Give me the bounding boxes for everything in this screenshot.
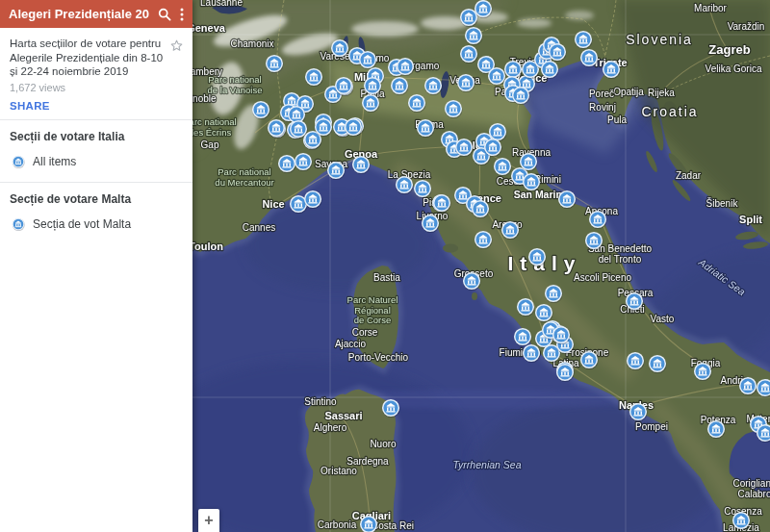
map-label: Tyrrhenian Sea (452, 459, 521, 470)
map-marker[interactable] (397, 59, 414, 76)
map-marker[interactable] (575, 32, 592, 49)
map-marker[interactable] (627, 353, 644, 370)
map-marker[interactable] (345, 119, 362, 137)
map-marker[interactable] (422, 215, 439, 233)
map-marker[interactable] (457, 75, 475, 92)
map-marker[interactable] (463, 273, 480, 291)
map-marker[interactable] (626, 293, 643, 311)
layer-item-label: All items (33, 155, 76, 168)
map-label: Zadar (676, 170, 702, 181)
map-marker[interactable] (295, 154, 312, 171)
map-marker[interactable] (520, 154, 537, 171)
map-marker[interactable] (391, 78, 408, 95)
map-marker[interactable] (501, 222, 519, 240)
map-label: Gap (201, 139, 219, 150)
map-marker[interactable] (472, 201, 489, 218)
kebab-menu-icon[interactable] (180, 8, 184, 21)
map-label: Parc nationalde la Vanoise (208, 74, 263, 95)
map-marker[interactable] (359, 52, 376, 69)
map-marker[interactable] (304, 191, 321, 209)
zoom-control[interactable]: + − (198, 509, 219, 532)
satellite-map: LausanneGenevaChamonixChamberyParc natio… (192, 0, 770, 532)
map-marker[interactable] (408, 95, 425, 113)
map-label: Maribor (694, 3, 728, 13)
map-marker[interactable] (694, 364, 711, 381)
map-marker[interactable] (629, 404, 647, 421)
map-marker[interactable] (278, 156, 295, 173)
map-description: Harta secțiilor de votare pentru Alegeri… (10, 37, 166, 79)
map-marker[interactable] (589, 212, 606, 229)
map-marker[interactable] (528, 249, 546, 266)
map-marker[interactable] (523, 174, 540, 191)
map-marker[interactable] (580, 352, 598, 369)
map-marker[interactable] (362, 95, 379, 113)
map-marker[interactable] (455, 139, 473, 157)
star-icon[interactable] (169, 38, 184, 57)
poll-station-icon (12, 155, 25, 168)
map-marker[interactable] (414, 181, 431, 198)
map-marker[interactable] (732, 513, 750, 530)
map-marker[interactable] (360, 517, 377, 532)
map-marker[interactable] (707, 421, 725, 439)
map-marker[interactable] (433, 195, 450, 213)
map-marker[interactable] (252, 102, 270, 119)
map-marker[interactable] (475, 232, 492, 249)
map-label: Varaždin (728, 21, 765, 32)
map-marker[interactable] (266, 56, 283, 73)
map-label: Cannes (243, 222, 275, 233)
map-marker[interactable] (331, 40, 348, 58)
layer-section-malta: Secție de votare Malta Secția de vot Mal… (0, 183, 192, 244)
map-label: Opatija (613, 87, 644, 97)
map-marker[interactable] (585, 233, 603, 250)
map-marker[interactable] (460, 10, 477, 27)
map-marker[interactable] (535, 305, 552, 322)
layer-title: Secție de votare Malta (10, 192, 183, 206)
map-marker[interactable] (460, 46, 477, 63)
map-marker[interactable] (603, 62, 620, 79)
map-marker[interactable] (552, 327, 570, 344)
map-marker[interactable] (364, 78, 381, 95)
map-marker[interactable] (417, 120, 434, 138)
map-marker[interactable] (305, 69, 322, 87)
map-marker[interactable] (580, 50, 598, 67)
map-label: Nice (262, 198, 284, 210)
share-link[interactable]: SHARE (10, 100, 183, 112)
map-marker[interactable] (488, 68, 505, 86)
map-marker[interactable] (517, 299, 534, 317)
map-marker[interactable] (739, 378, 757, 395)
map-label: Slovenia (626, 32, 693, 47)
layer-item-all-items[interactable]: All items (10, 153, 183, 172)
map-canvas[interactable]: LausanneGenevaChamonixChamberyParc natio… (192, 0, 770, 532)
layer-item-malta[interactable]: Secția de vot Malta (10, 215, 183, 235)
map-marker[interactable] (315, 119, 332, 137)
map-marker[interactable] (649, 356, 666, 373)
description-block: Harta secțiilor de votare pentru Alegeri… (0, 28, 192, 119)
map-marker[interactable] (445, 101, 462, 118)
poll-station-icon (12, 217, 25, 231)
map-marker[interactable] (545, 286, 562, 303)
map-marker[interactable] (335, 78, 352, 95)
map-marker[interactable] (514, 329, 531, 346)
map-marker[interactable] (541, 62, 558, 79)
map-label: Toulon (192, 241, 223, 252)
map-label: Poreč (589, 89, 614, 99)
map-marker[interactable] (484, 139, 501, 157)
map-label: Nuoro (370, 439, 397, 449)
map-label: Costa Rei (372, 520, 414, 531)
map-marker[interactable] (424, 78, 442, 95)
map-marker[interactable] (512, 88, 529, 105)
map-marker[interactable] (558, 191, 576, 209)
map-marker[interactable] (549, 44, 566, 62)
map-marker[interactable] (556, 365, 574, 382)
map-marker[interactable] (396, 177, 413, 194)
map-marker[interactable] (465, 28, 482, 45)
zoom-in-button[interactable]: + (198, 509, 219, 532)
map-label: Parc nationaldes Écrins (192, 116, 237, 138)
map-marker[interactable] (268, 120, 285, 138)
map-marker[interactable] (327, 163, 345, 180)
search-icon[interactable] (158, 8, 171, 21)
map-marker[interactable] (523, 345, 540, 363)
map-marker[interactable] (494, 159, 511, 176)
map-marker[interactable] (382, 400, 399, 418)
map-marker[interactable] (352, 157, 370, 174)
